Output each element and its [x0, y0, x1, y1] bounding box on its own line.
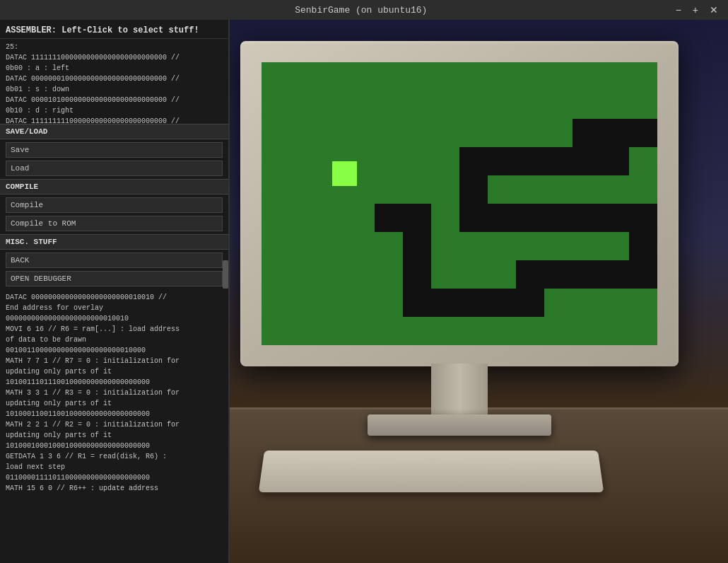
svg-rect-14	[516, 204, 544, 232]
code-line: MATH 3 3 1 // R3 = 0 : initialization fo…	[6, 388, 223, 398]
code-line: updating only parts of it	[6, 366, 223, 377]
svg-rect-11	[459, 175, 488, 204]
svg-rect-20	[629, 260, 657, 289]
svg-rect-27	[431, 289, 459, 317]
svg-rect-18	[629, 204, 657, 232]
monitor-stand-base	[368, 414, 551, 436]
code-line: 0b00 : a : left	[6, 63, 223, 74]
svg-rect-5	[601, 147, 629, 175]
compile-button[interactable]: Compile	[6, 197, 223, 213]
svg-rect-22	[573, 260, 601, 289]
code-line: MATH 2 2 1 // R2 = 0 : initialization fo…	[6, 419, 223, 430]
code-line: MATH 15 6 0 // R6++ : update address	[6, 483, 223, 494]
code-line: of data to be drawn	[6, 335, 223, 345]
svg-rect-15	[544, 204, 573, 232]
code-area-bottom: DATAC 00000000000000000000000010010 // E…	[0, 289, 228, 497]
svg-rect-7	[544, 147, 573, 175]
svg-rect-2	[573, 119, 601, 147]
svg-rect-25	[403, 260, 431, 289]
code-line: 0b10 : d : right	[6, 105, 223, 116]
save-button[interactable]: Save	[6, 142, 223, 158]
code-line: DATAC 11111111100000000000000000000000 /…	[6, 116, 223, 124]
scroll-handle[interactable]	[223, 260, 228, 289]
code-line: 0b01 : s : down	[6, 84, 223, 95]
keyboard	[259, 451, 604, 492]
open-debugger-button[interactable]: OPEN DEBUGGER	[6, 271, 223, 286]
code-line: 001001100000000000000000000010000	[6, 345, 223, 356]
svg-rect-32	[403, 204, 431, 232]
code-line: updating only parts of it	[6, 398, 223, 409]
svg-rect-23	[544, 260, 573, 289]
monitor	[240, 41, 700, 409]
close-button[interactable]: ✕	[707, 4, 721, 16]
game-display	[262, 62, 657, 345]
monitor-stand-neck	[431, 364, 488, 420]
compile-header: COMPILE	[0, 179, 228, 195]
load-button[interactable]: Load	[6, 161, 223, 176]
svg-rect-13	[488, 204, 516, 232]
monitor-frame	[240, 41, 679, 366]
svg-rect-26	[403, 289, 431, 317]
svg-rect-8	[516, 147, 544, 175]
title-bar: SenbirGame (on ubuntu16) − + ✕	[0, 0, 728, 20]
svg-rect-10	[459, 147, 488, 175]
svg-rect-4	[629, 119, 657, 147]
code-line: MOVI 6 16 // R6 = ram[...] : load addres…	[6, 324, 223, 335]
code-line: 0110000111101100000000000000000000	[6, 472, 223, 483]
svg-rect-19	[629, 232, 657, 260]
svg-rect-1	[332, 161, 357, 186]
svg-rect-9	[488, 147, 516, 175]
code-line: 00000000000000000000000010010	[6, 313, 223, 324]
svg-rect-28	[459, 289, 488, 317]
svg-rect-3	[601, 119, 629, 147]
code-line: load next step	[6, 462, 223, 472]
svg-rect-29	[488, 289, 516, 317]
window-controls: − + ✕	[673, 4, 721, 16]
code-area-top: 25: DATAC 111111100000000000000000000000…	[0, 39, 228, 124]
code-line: DATAC 00000000000000000000000010010 //	[6, 292, 223, 303]
assembler-header: ASSEMBLER: Left-Click to select stuff!	[0, 20, 228, 39]
svg-rect-21	[601, 260, 629, 289]
minimize-button[interactable]: −	[673, 4, 684, 16]
svg-rect-30	[516, 289, 544, 317]
maximize-button[interactable]: +	[690, 4, 701, 16]
code-line: End address for overlay	[6, 303, 223, 313]
back-button[interactable]: BACK	[6, 253, 223, 268]
window-title: SenbirGame (on ubuntu16)	[49, 5, 673, 16]
code-line: updating only parts of it	[6, 430, 223, 441]
svg-rect-31	[375, 204, 403, 232]
code-line: GETDATA 1 3 6 // R1 = read(disk, R6) :	[6, 451, 223, 462]
compile-to-rom-button[interactable]: Compile to ROM	[6, 216, 223, 231]
code-line: 1010001000100010000000000000000000	[6, 441, 223, 451]
code-line: DATAC 00001010000000000000000000000000 /…	[6, 95, 223, 105]
svg-rect-17	[601, 204, 629, 232]
svg-rect-6	[573, 147, 601, 175]
svg-rect-33	[403, 232, 431, 260]
code-line: DATAC 11111110000000000000000000000000 /…	[6, 52, 223, 63]
svg-rect-12	[459, 204, 488, 232]
code-line: 1010011101110010000000000000000000	[6, 377, 223, 388]
misc-header: MISC. STUFF	[0, 234, 228, 250]
svg-rect-16	[573, 204, 601, 232]
svg-rect-24	[516, 260, 544, 289]
code-line: 25:	[6, 42, 223, 52]
left-panel: ASSEMBLER: Left-Click to select stuff! 2…	[0, 20, 230, 563]
code-line: DATAC 00000001000000000000000000000000 /…	[6, 74, 223, 84]
monitor-screen	[262, 62, 657, 345]
code-line: 1010001100110010000000000000000000	[6, 409, 223, 419]
code-line: MATH 7 7 1 // R7 = 0 : initialization fo…	[6, 356, 223, 366]
save-load-header: SAVE/LOAD	[0, 124, 228, 139]
